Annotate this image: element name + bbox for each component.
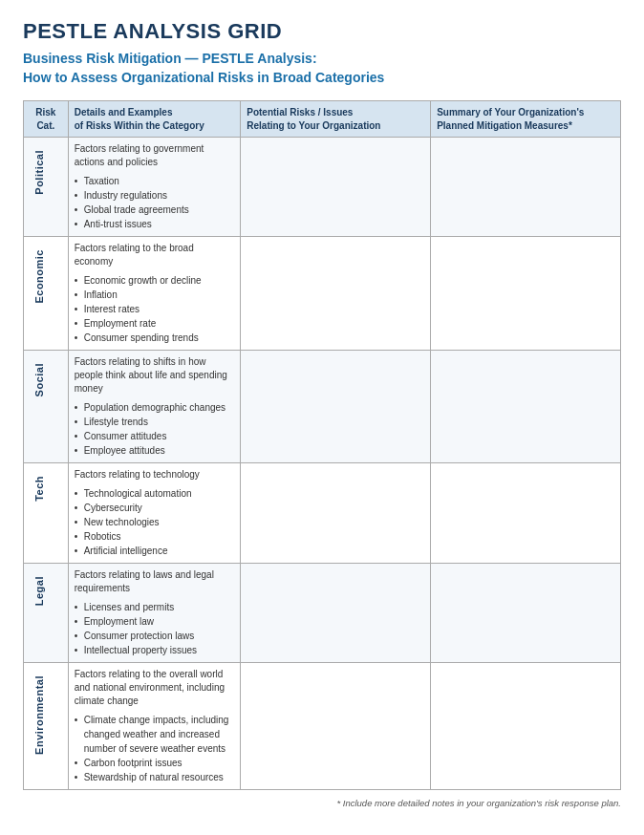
category-cell: Political xyxy=(24,138,69,237)
mitigation-cell xyxy=(431,463,621,564)
subtitle-line1: Business Risk Mitigation — PESTLE Analys… xyxy=(23,50,621,69)
header-col-cat: Risk Cat. xyxy=(24,101,69,138)
header-col-mitigation: Summary of Your Organization's Planned M… xyxy=(431,101,621,138)
category-cell: Environmental xyxy=(24,663,69,790)
list-item: Consumer spending trends xyxy=(75,331,235,345)
details-cell: Factors relating to laws and legal requi… xyxy=(68,564,241,663)
list-item: Artificial intelligence xyxy=(75,544,235,558)
list-item: Employee attitudes xyxy=(75,443,235,458)
mitigation-cell xyxy=(431,564,621,663)
mitigation-cell xyxy=(431,138,621,237)
list-item: Industry regulations xyxy=(75,188,235,203)
mitigation-cell xyxy=(431,237,621,351)
list-item: Consumer protection laws xyxy=(75,629,235,643)
table-header-row: Risk Cat. Details and Examples of Risks … xyxy=(24,101,621,138)
list-item: Anti-trust issues xyxy=(75,217,235,231)
category-cell: Economic xyxy=(24,237,69,351)
details-cell: Factors relating to shifts in how people… xyxy=(68,351,241,463)
list-item: Technological automation xyxy=(75,486,235,501)
risks-cell xyxy=(241,463,431,564)
list-item: Employment law xyxy=(75,614,235,629)
details-cell: Factors relating to technologyTechnologi… xyxy=(68,463,241,564)
main-title: PESTLE ANALYSIS GRID xyxy=(23,19,621,44)
category-cell: Tech xyxy=(24,463,69,564)
list-item: Robotics xyxy=(75,529,235,544)
list-item: New technologies xyxy=(75,515,235,529)
list-item: Economic growth or decline xyxy=(75,273,235,288)
risks-cell xyxy=(241,351,431,463)
list-item: Carbon footprint issues xyxy=(75,756,235,770)
category-cell: Social xyxy=(24,351,69,463)
list-item: Lifestyle trends xyxy=(75,415,235,429)
risks-cell xyxy=(241,237,431,351)
list-item: Intellectual property issues xyxy=(75,643,235,657)
list-item: Interest rates xyxy=(75,302,235,316)
subtitle: Business Risk Mitigation — PESTLE Analys… xyxy=(23,50,621,87)
list-item: Licenses and permits xyxy=(75,600,235,614)
pestle-table: Risk Cat. Details and Examples of Risks … xyxy=(23,100,621,790)
details-cell: Factors relating to the overall world an… xyxy=(68,663,241,790)
subtitle-line2: How to Assess Organizational Risks in Br… xyxy=(23,69,621,88)
details-cell: Factors relating to the broad economyEco… xyxy=(68,237,241,351)
footer-note: * Include more detailed notes in your or… xyxy=(23,798,621,808)
table-row: EconomicFactors relating to the broad ec… xyxy=(24,237,621,351)
list-item: Consumer attitudes xyxy=(75,429,235,443)
table-row: LegalFactors relating to laws and legal … xyxy=(24,564,621,663)
risks-cell xyxy=(241,564,431,663)
table-row: EnvironmentalFactors relating to the ove… xyxy=(24,663,621,790)
list-item: Global trade agreements xyxy=(75,203,235,217)
table-row: TechFactors relating to technologyTechno… xyxy=(24,463,621,564)
list-item: Climate change impacts, including change… xyxy=(75,713,235,756)
list-item: Cybersecurity xyxy=(75,501,235,515)
list-item: Employment rate xyxy=(75,316,235,331)
table-row: SocialFactors relating to shifts in how … xyxy=(24,351,621,463)
risks-cell xyxy=(241,663,431,790)
header-col-risks: Potential Risks / Issues Relating to You… xyxy=(241,101,431,138)
risks-cell xyxy=(241,138,431,237)
list-item: Stewardship of natural resources xyxy=(75,770,235,784)
details-cell: Factors relating to government actions a… xyxy=(68,138,241,237)
mitigation-cell xyxy=(431,351,621,463)
mitigation-cell xyxy=(431,663,621,790)
list-item: Inflation xyxy=(75,288,235,302)
table-row: PoliticalFactors relating to government … xyxy=(24,138,621,237)
header-col-details: Details and Examples of Risks Within the… xyxy=(68,101,241,138)
list-item: Population demographic changes xyxy=(75,400,235,415)
list-item: Taxation xyxy=(75,174,235,188)
category-cell: Legal xyxy=(24,564,69,663)
